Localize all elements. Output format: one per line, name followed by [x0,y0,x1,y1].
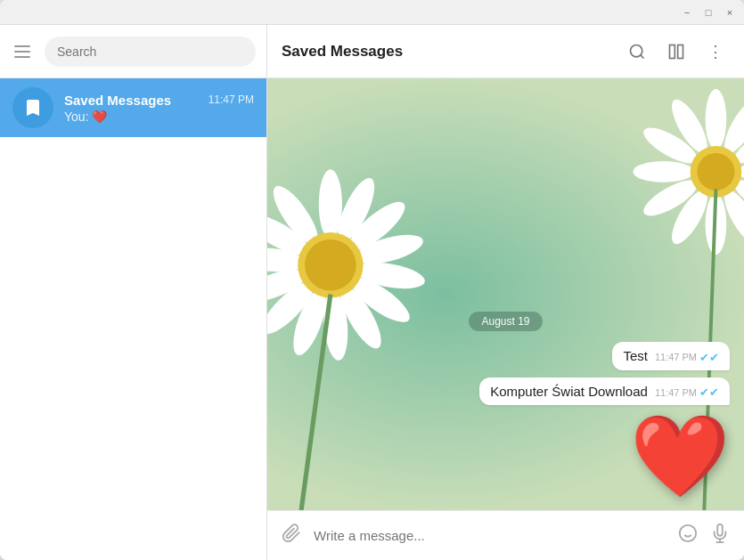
columns-button[interactable] [662,37,691,66]
heart-message: ❤️ [630,416,730,496]
emoji-icon[interactable] [678,523,698,548]
input-bar [267,510,744,560]
search-chat-button[interactable] [623,37,651,66]
minimize-button[interactable]: − [680,5,694,20]
microphone-icon[interactable] [710,523,730,548]
chat-header-title: Saved Messages [282,43,612,61]
message-meta-1: 11:47 PM ✔✔ [655,386,719,399]
app-window: − □ × [0,0,744,560]
titlebar: − □ × [0,0,744,25]
svg-point-37 [680,525,696,541]
main-content: Saved Messages 11:47 PM You: ❤️ Saved Me… [0,25,744,560]
message-text-1: Komputer Świat Download [490,384,648,399]
more-vert-icon: ⋮ [707,42,724,61]
read-receipt-0: ✔✔ [699,351,719,364]
chat-preview: You: ❤️ [64,110,254,124]
message-input[interactable] [314,528,666,543]
message-time-1: 11:47 PM [655,387,697,398]
chat-time: 11:47 PM [208,93,254,106]
chat-name-row: Saved Messages 11:47 PM [64,93,254,108]
svg-rect-3 [678,45,683,58]
search-box[interactable] [45,37,256,67]
menu-button[interactable] [11,42,34,61]
chat-info: Saved Messages 11:47 PM You: ❤️ [64,93,254,124]
attachment-icon[interactable] [282,523,301,548]
maximize-button[interactable]: □ [701,5,715,20]
message-text-0: Test [623,348,648,363]
date-badge: August 19 [469,312,542,331]
sidebar-header [0,25,266,78]
message-bubble-0: Test 11:47 PM ✔✔ [612,342,730,370]
svg-point-0 [631,45,642,56]
more-options-button[interactable]: ⋮ [701,37,730,66]
chat-header: Saved Messages ⋮ [267,25,744,78]
svg-line-1 [641,54,644,58]
chat-item-saved-messages[interactable]: Saved Messages 11:47 PM You: ❤️ [0,78,266,137]
message-meta-0: 11:47 PM ✔✔ [655,351,719,364]
search-input[interactable] [57,45,243,59]
read-receipt-1: ✔✔ [699,386,719,399]
close-button[interactable]: × [723,5,737,20]
chat-area: Saved Messages ⋮ [267,25,744,560]
message-time-0: 11:47 PM [655,352,697,362]
avatar [12,87,53,128]
messages-inner: August 19 Test 11:47 PM ✔✔ Komputer Świa… [267,78,744,510]
chat-name: Saved Messages [64,93,171,108]
message-bubble-1: Komputer Świat Download 11:47 PM ✔✔ [479,377,730,406]
sidebar: Saved Messages 11:47 PM You: ❤️ [0,25,267,560]
messages-area: August 19 Test 11:47 PM ✔✔ Komputer Świa… [267,78,744,510]
chat-list: Saved Messages 11:47 PM You: ❤️ [0,78,266,560]
svg-rect-2 [670,45,675,58]
